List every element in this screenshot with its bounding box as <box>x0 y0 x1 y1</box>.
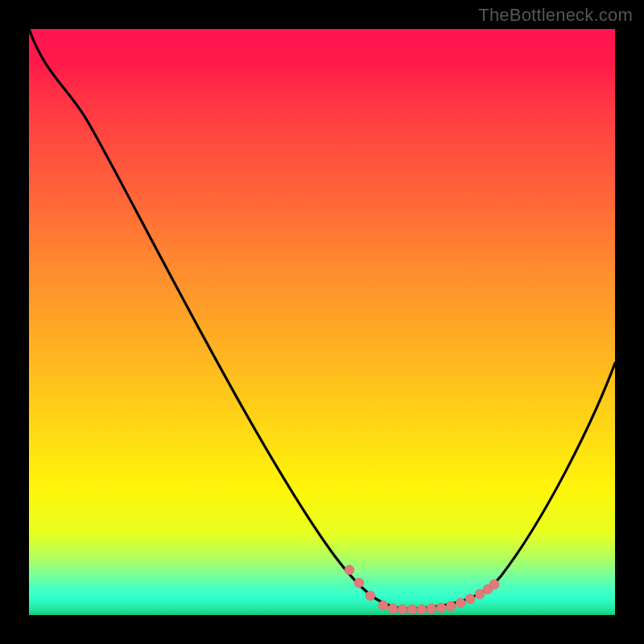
watermark-text: TheBottleneck.com <box>478 5 633 26</box>
plot-gradient-area <box>29 29 615 615</box>
chart-frame: TheBottleneck.com <box>0 0 644 644</box>
